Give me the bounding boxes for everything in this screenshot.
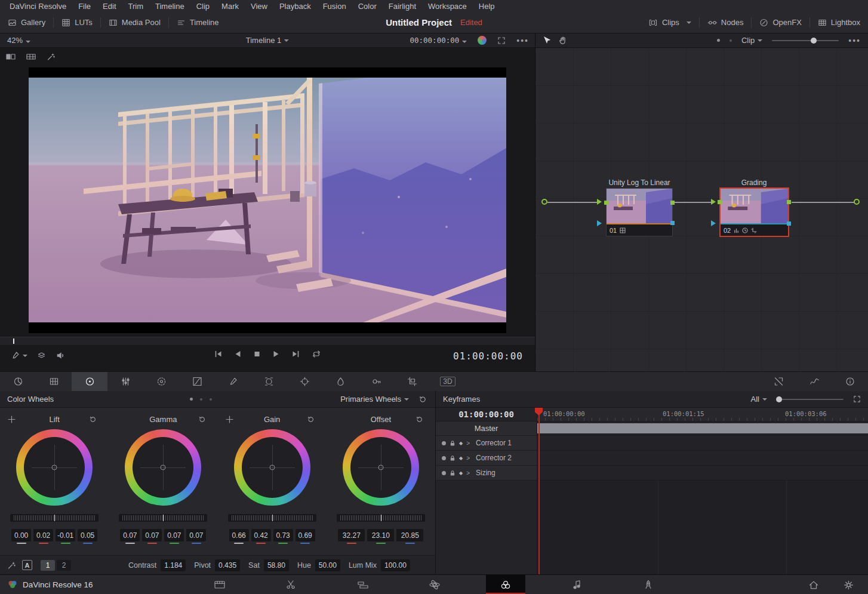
wheel-page-tab-2[interactable]: 2: [57, 560, 71, 571]
track-master[interactable]: Master: [436, 421, 868, 436]
wheel-page-tab-1[interactable]: 1: [41, 560, 55, 571]
go-to-start-button[interactable]: [214, 350, 223, 358]
menu-fusion[interactable]: Fusion: [317, 2, 352, 11]
keyframe-diamond-icon[interactable]: ◆: [459, 470, 463, 476]
stereo-3d-tool[interactable]: 3D: [430, 372, 466, 391]
camera-raw-tool[interactable]: [0, 372, 36, 391]
gain-master-slider[interactable]: [228, 514, 316, 522]
keyframe-diamond-icon[interactable]: ◆: [459, 455, 463, 461]
expand-chevron-icon[interactable]: >: [466, 455, 470, 461]
keyframes-zoom-slider[interactable]: [777, 399, 844, 400]
gamma-y-value[interactable]: 0.07: [120, 529, 140, 541]
loop-button[interactable]: [312, 350, 322, 358]
node-rgb-input-port[interactable]: [718, 200, 722, 204]
menu-fairlight[interactable]: Fairlight: [383, 2, 422, 11]
video-viewport[interactable]: [29, 67, 506, 333]
expand-chevron-icon[interactable]: >: [466, 440, 470, 447]
keyframes-filter-selector[interactable]: All: [751, 395, 767, 404]
splitscreen-tool[interactable]: [761, 372, 796, 391]
keyframes-ruler[interactable]: 01:00:00:00 01:00:01:15 01:00:03:06: [537, 408, 868, 421]
track-enable-dot[interactable]: [442, 441, 446, 445]
lightbox-button[interactable]: Lightbox: [810, 12, 868, 33]
split-grid-icon[interactable]: [26, 53, 36, 61]
info-tool[interactable]: [832, 372, 868, 391]
reset-icon[interactable]: [89, 416, 97, 423]
gain-b-value[interactable]: 0.69: [296, 529, 315, 541]
page-media[interactable]: [200, 575, 239, 594]
page-dot-active[interactable]: [190, 398, 193, 401]
scrubber-playhead[interactable]: [13, 338, 14, 344]
gain-color-wheel[interactable]: [234, 429, 310, 506]
clips-button[interactable]: Clips: [641, 12, 699, 33]
gamma-b-value[interactable]: 0.07: [186, 529, 206, 541]
lift-g-value[interactable]: -0.01: [56, 529, 75, 541]
lock-icon[interactable]: [450, 440, 455, 447]
openfx-button[interactable]: OpenFX: [752, 12, 809, 33]
color-match-tool[interactable]: [36, 372, 72, 391]
picker-crosshair-icon[interactable]: [8, 416, 16, 423]
menu-clip[interactable]: Clip: [190, 2, 216, 11]
media-pool-button[interactable]: Media Pool: [101, 12, 168, 33]
viewer-scrubber[interactable]: [0, 337, 535, 345]
track-sizing[interactable]: ◆ > Sizing: [436, 466, 868, 481]
lift-y-value[interactable]: 0.00: [11, 529, 31, 541]
page-fairlight[interactable]: [558, 575, 597, 594]
contrast-value[interactable]: 1.184: [161, 559, 186, 571]
reset-icon[interactable]: [307, 416, 315, 423]
lift-color-wheel[interactable]: [16, 429, 93, 506]
node-graph[interactable]: Unity Log To Linear 01 Grading: [535, 48, 868, 371]
expand-icon[interactable]: [853, 395, 861, 403]
track-corrector-2[interactable]: ◆ > Corrector 2: [436, 451, 868, 466]
keyframes-zoom-knob[interactable]: [776, 396, 782, 402]
gain-y-value[interactable]: 0.66: [229, 529, 249, 541]
node-unity-log-to-linear[interactable]: 01: [606, 188, 673, 236]
pointer-tool-icon[interactable]: [543, 36, 550, 45]
hue-value[interactable]: 50.00: [315, 559, 340, 571]
sat-value[interactable]: 58.80: [264, 559, 289, 571]
menu-edit[interactable]: Edit: [97, 2, 122, 11]
enhance-wand-icon[interactable]: [47, 53, 56, 61]
pivot-value[interactable]: 0.435: [215, 559, 240, 571]
page-dot[interactable]: [210, 398, 212, 401]
page-color-active[interactable]: [486, 575, 525, 594]
node-view-selector[interactable]: Clip: [741, 36, 762, 45]
stop-button[interactable]: [253, 350, 261, 358]
menu-help[interactable]: Help: [473, 2, 501, 11]
image-wipe-icon[interactable]: [6, 53, 16, 61]
track-enable-dot[interactable]: [442, 456, 446, 460]
lift-b-value[interactable]: 0.05: [78, 529, 97, 541]
gallery-button[interactable]: Gallery: [0, 12, 53, 33]
master-track-bar[interactable]: [537, 423, 868, 433]
menu-workspace[interactable]: Workspace: [422, 2, 473, 11]
auto-wand-icon[interactable]: [7, 561, 16, 570]
keyframe-diamond-icon[interactable]: ◆: [459, 441, 463, 446]
timeline-selector[interactable]: Timeline 1: [246, 36, 289, 45]
picker-crosshair-icon[interactable]: [226, 416, 233, 423]
node-options-menu[interactable]: •••: [848, 36, 861, 45]
lock-icon[interactable]: [450, 470, 455, 476]
rgb-mixer-tool[interactable]: [107, 372, 143, 391]
keyframes-playhead-line[interactable]: [538, 408, 540, 574]
tracker-tool[interactable]: [287, 372, 322, 391]
viewer-timecode-select[interactable]: 00:00:00:00: [410, 36, 467, 45]
menu-timeline[interactable]: Timeline: [149, 2, 190, 11]
expand-icon[interactable]: [497, 36, 506, 45]
luts-button[interactable]: LUTs: [54, 12, 100, 33]
page-deliver[interactable]: [629, 575, 668, 594]
project-manager-button[interactable]: [799, 575, 829, 594]
lum-mix-value[interactable]: 100.00: [381, 559, 410, 571]
viewer-options-menu[interactable]: •••: [516, 36, 529, 45]
menu-playback[interactable]: Playback: [273, 2, 317, 11]
track-enable-dot[interactable]: [442, 471, 446, 475]
node-rgb-output-port[interactable]: [787, 200, 791, 204]
node-rgb-input-port[interactable]: [604, 201, 608, 205]
play-button[interactable]: [272, 350, 281, 358]
gamma-g-value[interactable]: 0.07: [164, 529, 184, 541]
node-zoom-slider[interactable]: [772, 40, 839, 41]
lift-r-value[interactable]: 0.02: [33, 529, 53, 541]
node-grading-selected[interactable]: 02: [719, 187, 789, 237]
expand-chevron-icon[interactable]: >: [466, 470, 470, 476]
lock-icon[interactable]: [450, 455, 455, 461]
motion-effects-tool[interactable]: [143, 372, 179, 391]
timeline-button[interactable]: Timeline: [169, 12, 227, 33]
